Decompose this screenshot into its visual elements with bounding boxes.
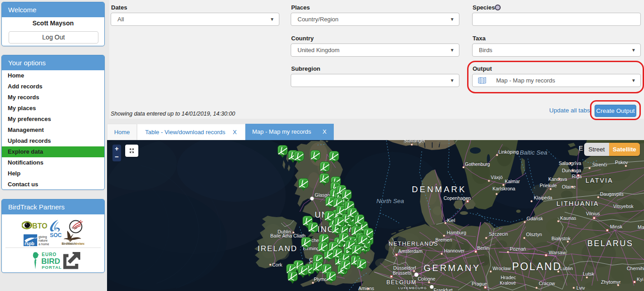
svg-text:Mah: Mah	[638, 224, 644, 230]
svg-text:Baltic Sea: Baltic Sea	[520, 149, 547, 156]
svg-text:Vitsyebsk: Vitsyebsk	[613, 204, 634, 209]
svg-text:Dundaga: Dundaga	[562, 168, 581, 173]
svg-text:Hamburg: Hamburg	[447, 230, 466, 235]
svg-text:DENMARK: DENMARK	[412, 184, 467, 194]
svg-text:Kalmar: Kalmar	[505, 179, 520, 184]
svg-text:Lviv: Lviv	[576, 285, 585, 291]
svg-text:Frankfurt: Frankfurt	[434, 287, 453, 291]
svg-text:IRELAND: IRELAND	[258, 244, 298, 253]
svg-text:Copenhagen: Copenhagen	[444, 195, 471, 201]
svg-text:NETHERLANDS: NETHERLANDS	[389, 241, 439, 247]
svg-text:Kyi: Kyi	[637, 276, 644, 282]
svg-text:a home: a home	[39, 242, 49, 246]
svg-text:Olaine: Olaine	[562, 184, 576, 189]
svg-text:Riga: Riga	[572, 174, 582, 179]
svg-text:Pskov: Pskov	[615, 160, 628, 165]
svg-text:LITHUANIA: LITHUANIA	[556, 200, 599, 207]
svg-text:Szczecin: Szczecin	[489, 231, 508, 237]
svg-text:Prague: Prague	[472, 281, 487, 286]
svg-text:Växjö: Växjö	[491, 175, 503, 180]
svg-text:North Sea: North Sea	[376, 198, 404, 204]
svg-text:Białystok: Białystok	[551, 236, 571, 241]
svg-text:LATVIA: LATVIA	[585, 177, 613, 184]
svg-text:Hannover: Hannover	[444, 248, 465, 253]
svg-text:Chernihiv: Chernihiv	[627, 266, 644, 271]
svg-text:Cracow: Cracow	[539, 281, 555, 286]
svg-text:Brussels: Brussels	[393, 270, 411, 276]
svg-text:Lublin: Lublin	[560, 266, 573, 271]
svg-text:Warsaw: Warsaw	[549, 250, 566, 255]
svg-text:nature: nature	[39, 239, 48, 242]
svg-text:Cologne: Cologne	[418, 276, 435, 281]
svg-text:Karlskrona: Karlskrona	[493, 186, 515, 191]
svg-text:Baile Átha Cliath: Baile Átha Cliath	[270, 233, 306, 238]
svg-text:Kandava: Kandava	[548, 176, 567, 182]
svg-text:Poznań: Poznań	[510, 246, 526, 252]
svg-text:Kaunas: Kaunas	[560, 215, 576, 221]
svg-text:BELGIUM: BELGIUM	[386, 279, 417, 286]
svg-text:Minsk: Minsk	[610, 224, 623, 229]
svg-text:Berlin: Berlin	[477, 245, 489, 251]
svg-text:Wrocław: Wrocław	[493, 266, 511, 271]
svg-text:EURO: EURO	[42, 252, 57, 257]
svg-text:Kiel: Kiel	[447, 218, 455, 223]
svg-text:POLAND: POLAND	[512, 261, 562, 272]
svg-text:Zhytomyr: Zhytomyr	[601, 279, 621, 285]
svg-text:Stavanger: Stavanger	[404, 140, 425, 143]
svg-text:Priekule: Priekule	[540, 183, 557, 188]
svg-text:Olsztyn: Olsztyn	[526, 232, 542, 237]
svg-text:GERMANY: GERMANY	[424, 263, 481, 273]
svg-text:Vilnius: Vilnius	[586, 211, 600, 216]
svg-text:Gdańsk: Gdańsk	[527, 216, 543, 221]
svg-text:Cork: Cork	[272, 262, 283, 267]
svg-text:Linköping: Linköping	[498, 149, 519, 155]
svg-text:Hradec: Hradec	[501, 275, 516, 280]
svg-text:Lutsk: Lutsk	[583, 271, 595, 276]
svg-text:LUXEMBOURG: LUXEMBOURG	[398, 286, 427, 290]
svg-text:BELARUS: BELARUS	[587, 239, 634, 248]
svg-text:BirdWatchIreland: BirdWatchIreland	[62, 242, 84, 245]
svg-text:rspb: rspb	[24, 241, 34, 246]
svg-text:Klaipėda: Klaipėda	[534, 195, 552, 200]
svg-text:giving: giving	[39, 235, 47, 239]
svg-text:Kralové: Kralové	[500, 280, 516, 286]
svg-text:BTO: BTO	[32, 222, 47, 230]
svg-text:Daugavpils: Daugavpils	[600, 191, 624, 197]
svg-text:WOS: WOS	[72, 227, 78, 229]
svg-text:Amsterdam: Amsterdam	[398, 248, 423, 254]
svg-text:Amiens: Amiens	[358, 286, 374, 291]
svg-text:Gothenburg: Gothenburg	[465, 161, 490, 167]
svg-text:Strenči: Strenči	[592, 162, 607, 167]
svg-text:PORTAL: PORTAL	[42, 265, 62, 270]
